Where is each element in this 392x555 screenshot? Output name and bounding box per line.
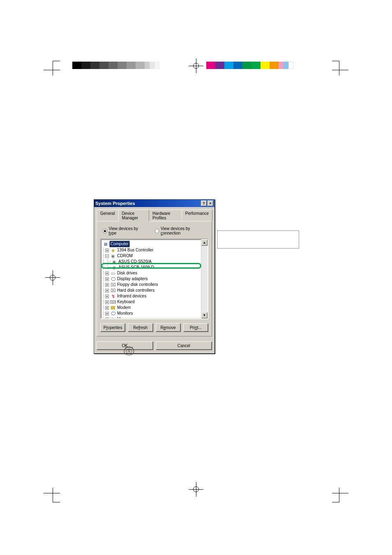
computer-icon: 🖥 (102, 242, 108, 246)
modem-icon: ☎ (110, 305, 116, 310)
dialog-titlebar: System Properties ? × (94, 200, 214, 207)
expand-icon[interactable] (105, 283, 109, 287)
crop-bracket-tl-rule (44, 70, 60, 70)
tree-display-adapters[interactable]: ┊ 🖵 Display adapters (102, 276, 200, 282)
expand-icon[interactable] (105, 272, 109, 275)
tree-item-label: 1394 Bus Controller (117, 247, 153, 253)
scroll-down-button[interactable]: ▼ (201, 312, 208, 318)
crop-bracket-bl (53, 488, 60, 502)
dialog-title: System Properties (95, 201, 135, 206)
registration-mark-bottom (191, 484, 201, 494)
tabs-row: General Device Manager Hardware Profiles… (94, 207, 214, 221)
close-icon: × (209, 201, 211, 205)
monitor-icon: 🖵 (110, 311, 116, 316)
collapse-icon[interactable] (105, 254, 109, 258)
tab-performance[interactable]: Performance (182, 210, 212, 221)
refresh-button[interactable]: Refresh (128, 323, 153, 332)
tree-item-label: Floppy disk controllers (117, 282, 158, 288)
close-button[interactable]: × (208, 200, 213, 206)
print-button[interactable]: Print... (183, 323, 208, 332)
radio-icon (155, 229, 159, 233)
system-properties-dialog: System Properties ? × General Device Man… (94, 199, 215, 354)
tree-item-label: Modem (117, 305, 131, 311)
tree-item-label: Infrared devices (117, 293, 146, 299)
device-manager-panel: View devices by type View devices by con… (97, 221, 212, 336)
expand-icon[interactable] (105, 312, 109, 315)
registration-mark-top (191, 61, 201, 71)
tab-hardware-profiles[interactable]: Hardware Profiles (149, 210, 182, 221)
tree-cdrom[interactable]: ┊ ◉ CDROM (102, 253, 200, 259)
tree-item-label: Keyboard (117, 299, 135, 305)
tree-modem[interactable]: ┊ ☎ Modem (102, 305, 200, 311)
cd-icon: ◉ (111, 265, 117, 270)
tree-item-label: Display adapters (117, 276, 148, 282)
svg-point-4 (132, 347, 133, 348)
tree-hard-disk[interactable]: ┊ ⌧ Hard disk controllers (102, 288, 200, 293)
radio-by-type[interactable]: View devices by type (103, 226, 145, 235)
keyboard-icon: ⌨ (110, 299, 116, 304)
crop-bracket-br-rule (332, 493, 348, 493)
registration-mark-left (48, 273, 58, 283)
device-tree: 🖥 Computer ┊ ◈ 1394 Bus Controller ┊ ◉ C… (100, 239, 208, 319)
tree-cdrom-item1[interactable]: ┊ ┊┄ ◉ ASUS CD-S520/A (102, 259, 200, 265)
tree-root-label: Computer (109, 241, 130, 247)
disk-icon: ▭ (110, 271, 116, 276)
expand-icon[interactable] (105, 249, 109, 252)
infrared-icon: ↯ (110, 294, 116, 299)
svg-point-3 (125, 347, 126, 348)
tree-item-label: CDROM (117, 253, 133, 259)
properties-button[interactable]: Properties (100, 323, 125, 332)
expand-icon[interactable] (105, 295, 109, 298)
tree-item-label: Hard disk controllers (117, 288, 154, 293)
tree-monitors[interactable]: ┊ 🖵 Monitors (102, 311, 200, 316)
vertical-scrollbar[interactable]: ▲ ▼ (201, 240, 208, 318)
tree-mouse[interactable]: ┊ 🖱 Mouse (102, 316, 200, 318)
grayscale-bars (72, 62, 159, 69)
help-icon: ? (203, 201, 205, 205)
svg-point-2 (128, 350, 130, 352)
expand-icon[interactable] (105, 289, 109, 292)
cd-icon: ◉ (110, 253, 116, 258)
tree-keyboard[interactable]: ┊ ⌨ Keyboard (102, 299, 200, 305)
help-button[interactable]: ? (201, 200, 207, 206)
crop-bracket-bl-rule (44, 493, 60, 493)
tree-item-label: Monitors (117, 311, 133, 316)
tree-disk-drives[interactable]: ┊ ▭ Disk drives (102, 270, 200, 276)
display-icon: 🖵 (110, 276, 116, 281)
scroll-up-button[interactable]: ▲ (201, 240, 208, 246)
crop-bracket-tr-rule (332, 70, 348, 70)
disc-illustration-icon (122, 345, 136, 357)
page-content: System Properties ? × General Device Man… (70, 76, 322, 479)
mouse-icon: 🖱 (110, 317, 116, 318)
callout-box (217, 230, 299, 249)
svg-point-0 (124, 347, 134, 355)
expand-icon[interactable] (105, 277, 109, 281)
svg-point-1 (126, 349, 132, 353)
controller-icon: ◈ (110, 248, 116, 253)
tree-item-label: ASUS SCB-1608-D (118, 265, 154, 270)
tree-item-label: ASUS CD-S520/A (118, 259, 152, 265)
tree-item-label: Mouse (117, 316, 129, 318)
expand-icon[interactable] (105, 306, 109, 310)
radio-by-connection[interactable]: View devices by connection (155, 226, 208, 235)
tab-general[interactable]: General (97, 210, 119, 221)
expand-icon[interactable] (105, 318, 109, 319)
crop-bracket-br (332, 488, 339, 502)
remove-button[interactable]: Remove (156, 323, 181, 332)
tree-root[interactable]: 🖥 Computer (102, 241, 200, 247)
tab-device-manager[interactable]: Device Manager (118, 210, 149, 221)
tree-cdrom-item2[interactable]: ┊ ┊┄ ◉ ASUS SCB-1608-D (102, 265, 200, 270)
tree-1394[interactable]: ┊ ◈ 1394 Bus Controller (102, 247, 200, 253)
cancel-button[interactable]: Cancel (156, 341, 212, 350)
radio-icon (103, 229, 107, 233)
color-bars (206, 62, 293, 69)
tree-floppy[interactable]: ┊ ⌧ Floppy disk controllers (102, 282, 200, 288)
expand-icon[interactable] (105, 300, 109, 304)
floppy-icon: ⌧ (110, 282, 116, 287)
tree-item-label: Disk drives (117, 270, 137, 276)
hdd-icon: ⌧ (110, 288, 116, 293)
tree-infrared[interactable]: ┊ ↯ Infrared devices (102, 293, 200, 299)
cd-icon: ◉ (111, 259, 117, 264)
